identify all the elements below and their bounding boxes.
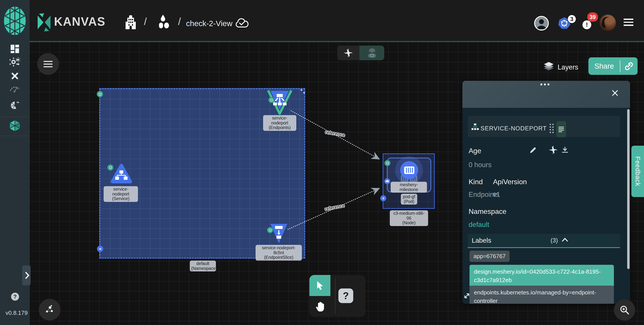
sidebar-expand-button[interactable] [22,266,30,285]
download-icon[interactable] [561,146,569,154]
node-name: service-nodeport [264,116,295,125]
sidebar-item-toolkit[interactable] [0,71,30,81]
chevron-up-icon[interactable] [562,238,568,242]
cloud-saved-icon[interactable] [235,17,249,28]
feedback-tab[interactable]: Feedback [632,146,644,197]
organization-icon[interactable] [125,15,137,29]
label-chip[interactable]: app=676767 [470,250,510,262]
sidebar-item-dashboard[interactable] [0,44,30,54]
service-source-badge[interactable] [108,164,114,170]
age-value: 0 hours [468,161,492,169]
node-name: c3-medium-x86-06 [391,211,427,220]
panel-close-button[interactable] [611,89,619,98]
meshery-icon [9,100,20,111]
namespace-value[interactable]: default [468,221,489,229]
hamburger-icon [44,59,52,69]
endpointslice-source-badge[interactable] [267,227,273,233]
magnifier-plus-icon [620,305,630,315]
node-kind: (Pod) [402,199,416,204]
share-button[interactable]: Share [588,62,620,70]
version-label: v0.8.179 [6,310,28,316]
endpoints-source-badge[interactable] [268,97,274,103]
breadcrumb-view-title[interactable]: check-2-View [186,19,232,28]
node-kind: (Endpoints) [264,125,295,130]
user-profile-avatar[interactable] [600,14,616,31]
swirl-icon[interactable] [548,145,558,155]
layers-icon[interactable] [544,62,554,71]
anonymous-avatar-icon[interactable] [534,16,549,30]
node-kind: (Node) [391,220,427,225]
header-accent-line [30,41,644,42]
namespace-label-chip: default (Namespace) [190,260,216,272]
service-node[interactable] [111,163,132,185]
container-icon [404,166,414,174]
close-icon [611,89,619,97]
compact-view-toggle[interactable] [550,124,554,133]
layer5-logo-icon[interactable] [3,5,26,36]
label-chip[interactable]: endpoints.kubernetes.io/managed-by=endpo… [470,286,614,304]
canvas-help-button[interactable]: ? [338,288,353,303]
copy-link-button[interactable] [620,62,638,70]
help-button[interactable]: ? [11,293,19,301]
kanvas-logo-icon[interactable] [37,13,51,32]
endpoints-node-label: service-nodeport (Endpoints) [263,115,296,131]
namespace-source-badge[interactable] [97,91,103,97]
edit-pencil-icon[interactable] [529,146,537,154]
meshsync-snapshot-button[interactable] [337,46,360,60]
panel-scrollbar[interactable] [627,109,630,269]
node-kind: (EndpointSlice) [257,255,300,260]
gears-icon [10,57,20,67]
apiversion-value: v1 [493,190,500,198]
notifications-button[interactable]: ! [582,20,591,29]
sidebar-item-performance[interactable] [0,85,30,92]
kanvas-logo-text[interactable]: KANVAS [54,14,106,28]
age-label: Age [468,147,481,155]
palette-divider [335,278,336,314]
network-graph-icon [45,305,54,314]
crossed-tools-icon [10,71,20,81]
select-tool-button[interactable] [310,275,330,296]
container-node[interactable] [400,161,418,179]
endpointslice-node[interactable] [269,223,288,244]
node-kind: (Namespace) [191,266,214,271]
layers-button[interactable]: Layers [558,63,578,71]
sidebar-item-settings[interactable] [0,57,30,67]
namespace-label: Namespace [468,208,506,216]
namespace-handle-badge[interactable] [97,246,103,252]
notification-count-badge: 39 [587,12,598,22]
endpoints-mini-icon [471,123,479,130]
kanvas-hexagon-icon [9,120,21,132]
panel-resize-handle[interactable] [463,292,471,300]
link-icon [625,62,633,70]
breadcrumb-separator: / [178,16,181,28]
chevron-right-icon [25,272,30,279]
panel-drag-handle[interactable] [540,84,550,86]
feedback-label: Feedback [634,156,641,186]
panel-resource-title: SERVICE-NODEPORT [480,125,547,132]
hand-icon [315,301,325,312]
node-handle-badge[interactable] [380,195,386,201]
sidebar-item-kanvas[interactable] [0,120,30,132]
canvas-menu-button[interactable] [37,53,59,75]
shapes-icon[interactable] [158,14,170,28]
layout-graph-button[interactable] [39,299,60,320]
service-node-label: service-nodeport (Service) [104,186,138,202]
sidebar-item-meshery[interactable] [0,100,30,111]
headset-user-icon [366,48,377,58]
zoom-button[interactable] [614,299,635,320]
dashboard-icon [10,44,20,54]
canvas-top-toolbar [337,46,384,60]
node-label: c3-medium-x86-06 (Node) [390,210,428,226]
label-chip[interactable]: design.meshery.io/id=0420d533-c722-4c1a-… [470,265,614,287]
node-name: service-nodeport [105,187,137,196]
pod-source-badge[interactable] [384,160,390,166]
pan-tool-button[interactable] [310,296,330,317]
pod-cloud-badge[interactable] [384,178,390,184]
list-view-icon [558,126,564,132]
header-menu-button[interactable] [624,18,633,26]
kind-label: Kind [468,178,483,186]
detailed-view-toggle[interactable] [556,121,566,137]
cursor-tool-palette: ? [310,275,366,317]
collaborator-presence-button[interactable] [360,46,384,60]
labels-count: (3) [550,237,558,244]
